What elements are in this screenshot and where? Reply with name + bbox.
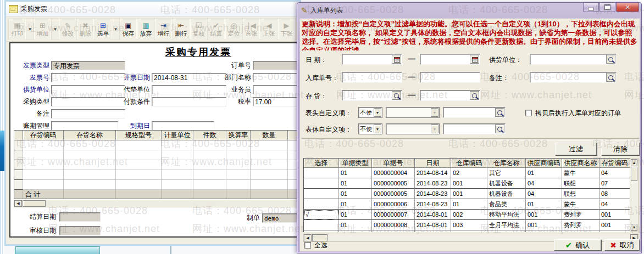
maximize-button[interactable] (599, 3, 615, 12)
list-header-3[interactable]: 日期 (415, 158, 451, 168)
copy-order-checkbox[interactable] (525, 110, 532, 116)
toolbar-button-select-doc[interactable]: ⊞选单 (94, 18, 112, 40)
toolbar-button-discard[interactable]: ▥放弃 (137, 18, 155, 40)
grid-header-1[interactable]: 存货编码 (23, 131, 64, 140)
grid-empty-row[interactable] (14, 180, 297, 190)
date-to-field[interactable] (420, 54, 480, 65)
body-custom-value-field[interactable] (443, 123, 506, 134)
chevron-down-icon[interactable]: ▼ (374, 125, 381, 133)
grid-empty-row[interactable] (14, 150, 297, 160)
toolbar-dropdown-arrow[interactable]: ▼ (26, 18, 34, 40)
chevron-down-icon[interactable]: ▼ (431, 125, 438, 133)
order_no-field[interactable] (253, 61, 299, 70)
toolbar-button-first[interactable]: ∣◀首张 (242, 18, 260, 40)
grid-header-3[interactable]: 规格型号 (116, 131, 162, 140)
confirm-button[interactable]: ✔ 确认 (554, 239, 601, 251)
list-header-7[interactable]: 供应商名称 (562, 158, 599, 168)
grid-header-2[interactable]: 存货名称 (64, 131, 116, 140)
filter-button[interactable]: 过滤 (555, 143, 597, 155)
clear-button[interactable]: 清除 (601, 143, 640, 155)
minimize-button[interactable] (583, 3, 599, 12)
dept_name-field[interactable] (253, 73, 299, 82)
calendar-icon[interactable] (470, 55, 479, 64)
chevron-down-icon[interactable]: ▼ (374, 108, 381, 117)
invoice-titlebar[interactable]: 采购发票 (6, 2, 299, 16)
grid-header-4[interactable]: 计量单位 (162, 131, 193, 140)
maker-field[interactable]: demo (262, 213, 301, 223)
stock-to-field[interactable] (420, 90, 480, 101)
receipt-no-from-field[interactable] (342, 72, 402, 83)
table-row[interactable]: 0100000000062014-08-2301食品类01蒙牛04 (304, 199, 630, 210)
chevron-down-icon[interactable]: ▼ (431, 108, 438, 117)
date-from-field[interactable] (342, 54, 402, 65)
grid-empty-row[interactable] (14, 160, 297, 170)
magnifier-icon[interactable] (606, 55, 615, 64)
table-row[interactable]: 0100000000052014-08-23001机器设备04联想07 (304, 178, 630, 189)
body-custom-name-select[interactable]: ▼ (386, 123, 440, 134)
table-row[interactable]: 0100000000052014-08-23001机器设备04联想08 (304, 189, 630, 199)
magnifier-icon[interactable] (606, 73, 615, 82)
toolbar-button-locate[interactable]: ◎定位 (225, 18, 243, 40)
stock-from-field[interactable] (342, 90, 402, 101)
toolbar-button-prev[interactable]: ◀上张 (260, 18, 278, 40)
head-custom-select[interactable]: 不使▼ (358, 107, 382, 118)
toolbar-button-insert-row[interactable]: ⇥增行 (154, 18, 173, 40)
list-header-2[interactable]: 单据号 (372, 158, 415, 168)
table-row[interactable]: 0100000000042014-08-1402其它01蒙牛04 (304, 168, 630, 178)
table-row[interactable]: √0100000000072014-08-01002移动平均法001费列罗001 (304, 210, 630, 220)
toolbar-button-delete-row[interactable]: ⇤删行 (172, 18, 190, 40)
toolbar-button-add[interactable]: ⊞增加 (34, 18, 52, 40)
list-header-4[interactable]: 仓库编码 (451, 158, 487, 168)
supplier-filter-field[interactable] (530, 54, 617, 65)
scroll-left-icon[interactable]: ◀ (14, 200, 22, 207)
grid-empty-row[interactable] (14, 140, 297, 150)
invoice_type-field[interactable]: 专用发票 (51, 61, 125, 70)
magnifier-icon[interactable] (495, 125, 504, 133)
select-all-checkbox[interactable] (304, 242, 311, 249)
cancel-button[interactable]: ✖ 取消 (604, 239, 640, 251)
remark-field[interactable] (51, 109, 125, 118)
toolbar-button-printer[interactable]: ▤打印 (8, 18, 26, 40)
toolbar-button-delete[interactable]: ✖删除 (76, 18, 95, 40)
tax_rate-field[interactable]: 17.00 (253, 97, 299, 106)
list-header-6[interactable]: 供应商编码 (526, 158, 562, 168)
table-row[interactable]: 0100000000082014-08-01003全月平均法001费列罗001 (304, 220, 630, 230)
salesman-field[interactable] (253, 85, 299, 94)
table-row[interactable]: 先进先出费列罗 (304, 230, 630, 232)
magnifier-icon[interactable] (495, 108, 504, 117)
toolbar-button-next[interactable]: ▶下张 (277, 18, 296, 40)
toolbar-dropdown-arrow[interactable]: ▼ (51, 18, 59, 40)
head-custom-value-field[interactable] (443, 107, 506, 118)
invoice-grid-hscrollbar[interactable]: ◀ (14, 200, 297, 207)
toolbar-button-save[interactable]: ▣保存 (119, 18, 137, 40)
grid-empty-row[interactable] (14, 170, 297, 180)
purchase_type-field[interactable] (51, 97, 125, 106)
receipt-no-to-field[interactable] (420, 72, 480, 83)
scroll-thumb[interactable] (631, 167, 637, 181)
toolbar-button-settle[interactable]: ✔结算 (207, 18, 225, 40)
grid-header-8[interactable]: 原币 (288, 131, 297, 140)
scroll-up-icon[interactable]: ▲ (631, 159, 637, 166)
grid-header-5[interactable]: 件数 (193, 131, 226, 140)
settle_date-field[interactable] (59, 212, 101, 222)
scroll-left-icon[interactable]: ◀ (304, 234, 312, 241)
close-button[interactable]: ✕ (616, 3, 639, 12)
magnifier-icon[interactable] (470, 91, 479, 100)
head-custom-name-select[interactable]: ▼ (386, 107, 440, 118)
supplier-field[interactable] (51, 85, 125, 94)
remark-filter-field[interactable] (530, 72, 617, 83)
grid-header-6[interactable]: 换算率 (226, 131, 251, 140)
due_date-field[interactable] (152, 121, 214, 131)
toolbar-button-edit[interactable]: ✎修改 (59, 18, 77, 40)
toolbar-button-review[interactable]: ☑复核 (190, 18, 208, 40)
list-header-8[interactable]: 存货编码 (599, 158, 630, 168)
credit_mgmt-field[interactable] (51, 121, 118, 131)
calendar-icon[interactable] (392, 55, 401, 64)
list-header-1[interactable]: 单据类型 (339, 158, 372, 168)
magnifier-icon[interactable] (392, 91, 401, 100)
grid-header-7[interactable]: 数量 (251, 131, 288, 140)
background-teal-button[interactable] (15, 246, 100, 254)
scroll-down-icon[interactable]: ▼ (631, 224, 637, 231)
scroll-thumb[interactable] (23, 200, 46, 207)
grid-header-0[interactable] (14, 131, 23, 140)
